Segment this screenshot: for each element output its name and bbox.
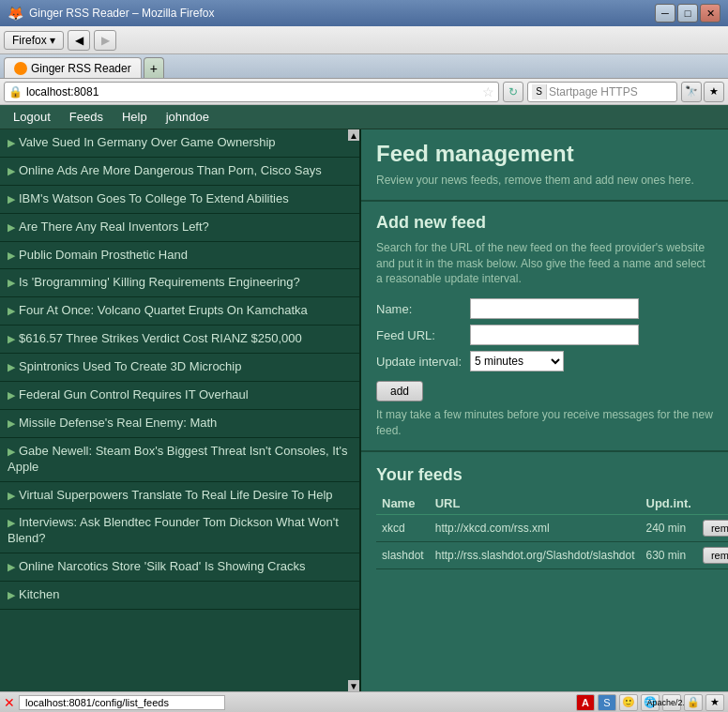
url-form-row: Feed URL:	[376, 325, 713, 345]
feed-item[interactable]: ▶Valve Sued In Germany Over Game Ownersh…	[0, 129, 359, 158]
tab-bar: Ginger RSS Reader +	[0, 54, 728, 79]
binoculars-icon[interactable]: 🔭	[681, 82, 702, 102]
panel-title: Feed management	[376, 141, 713, 167]
smiley-icon: 🙂	[619, 694, 638, 711]
feed-arrow-icon: ▶	[8, 277, 15, 288]
feeds-table-header: Name URL Upd.int.	[376, 492, 728, 515]
feed-arrow-icon: ▶	[8, 333, 15, 344]
add-feed-title: Add new feed	[376, 213, 713, 233]
your-feeds-title: Your feeds	[376, 465, 713, 485]
feed-arrow-icon: ▶	[8, 589, 15, 600]
feed-item[interactable]: ▶Online Narcotics Store 'Silk Road' Is S…	[0, 553, 359, 582]
feed-row-interval: 630 min	[641, 541, 697, 568]
feed-arrow-icon: ▶	[8, 361, 15, 372]
your-feeds-section: Your feeds Name URL Upd.int. xkcd http:/…	[361, 454, 728, 581]
feed-row-name: slashdot	[376, 541, 430, 568]
forward-button[interactable]: ▶	[94, 30, 116, 51]
window-controls[interactable]: ─ □ ✕	[655, 4, 720, 23]
feed-item[interactable]: ▶Four At Once: Volcano Quartet Erupts On…	[0, 297, 359, 326]
feed-item[interactable]: ▶IBM's Watson Goes To College To Extend …	[0, 186, 359, 214]
feed-arrow-icon: ▶	[8, 561, 15, 572]
right-panel: Feed management Review your news feeds, …	[361, 129, 728, 691]
feed-item[interactable]: ▶Is 'Brogramming' Killing Requirements E…	[0, 269, 359, 297]
add-feed-button[interactable]: add	[376, 381, 423, 401]
search-engine-icon: S	[532, 84, 547, 99]
addon-icon: A	[576, 694, 595, 711]
feed-table-row: slashdot http://rss.slashdot.org/Slashdo…	[376, 541, 728, 568]
help-menu-item[interactable]: Help	[113, 108, 157, 126]
firefox-menu[interactable]: Firefox ▾	[4, 31, 64, 50]
feed-row-url: http://rss.slashdot.org/Slashdot/slashdo…	[430, 541, 641, 568]
feed-item[interactable]: ▶Virtual Superpowers Translate To Real L…	[0, 482, 359, 510]
close-button[interactable]: ✕	[700, 4, 720, 23]
search-placeholder: Startpage HTTPS	[549, 85, 673, 98]
reload-button[interactable]: ↻	[503, 82, 523, 102]
feed-item[interactable]: ▶Online Ads Are More Dangerous Than Porn…	[0, 158, 359, 186]
feed-item[interactable]: ▶Spintronics Used To Create 3D Microchip	[0, 354, 359, 382]
feed-arrow-icon: ▶	[8, 389, 15, 401]
divider-2	[361, 450, 728, 452]
minimize-button[interactable]: ─	[655, 4, 675, 23]
url-label: Feed URL:	[376, 328, 470, 342]
add-feed-section: Add new feed Search for the URL of the n…	[361, 202, 728, 450]
feed-item[interactable]: ▶Are There Any Real Inventors Left?	[0, 214, 359, 242]
feed-url-input[interactable]	[470, 325, 639, 345]
name-input[interactable]	[470, 298, 639, 319]
feed-row-interval: 240 min	[641, 514, 697, 541]
address-box[interactable]: 🔒 localhost:8081 ☆	[4, 82, 499, 102]
feeds-table: Name URL Upd.int. xkcd http://xkcd.com/r…	[376, 492, 728, 569]
feed-item[interactable]: ▶Gabe Newell: Steam Box's Biggest Threat…	[0, 438, 359, 482]
active-tab[interactable]: Ginger RSS Reader	[4, 57, 142, 78]
address-bar-row: 🔒 localhost:8081 ☆ ↻ S Startpage HTTPS 🔭…	[0, 79, 728, 105]
new-tab-button[interactable]: +	[144, 57, 164, 78]
lock-icon: 🔒	[8, 85, 23, 98]
feed-arrow-icon: ▶	[8, 137, 15, 148]
logout-menu-item[interactable]: Logout	[4, 108, 60, 126]
feed-arrow-icon: ▶	[8, 193, 15, 205]
feed-arrow-icon: ▶	[8, 221, 15, 233]
feed-item[interactable]: ▶Federal Gun Control Requires IT Overhau…	[0, 382, 359, 410]
feed-item[interactable]: ▶Public Domain Prosthetic Hand	[0, 242, 359, 270]
feed-arrow-icon: ▶	[8, 250, 15, 261]
bookmark-star-icon[interactable]: ☆	[482, 84, 494, 99]
toolbar-icons: 🔭 ★	[681, 82, 724, 102]
feed-arrow-icon: ▶	[8, 490, 15, 501]
feed-arrow-icon: ▶	[8, 446, 15, 457]
star-status-icon: ★	[705, 694, 724, 711]
tab-favicon	[14, 62, 27, 75]
sidebar-scroll-up[interactable]: ▲	[348, 129, 359, 141]
panel-description: Review your news feeds, remove them and …	[376, 173, 713, 189]
feed-row-action: remove	[697, 541, 728, 568]
feed-item[interactable]: ▶$616.57 Three Strikes Verdict Cost RIAN…	[0, 326, 359, 354]
feed-item[interactable]: ▶Missile Defense's Real Enemy: Math	[0, 410, 359, 438]
feed-table-row: xkcd http://xkcd.com/rss.xml 240 min rem…	[376, 514, 728, 541]
name-label: Name:	[376, 302, 470, 316]
add-feed-description: Search for the URL of the new feed on th…	[376, 240, 713, 287]
status-url: localhost:8081/config/list_feeds	[19, 695, 225, 710]
title-bar: 🦊 Ginger RSS Reader – Mozilla Firefox ─ …	[0, 0, 728, 26]
search-box[interactable]: S Startpage HTTPS	[527, 82, 677, 102]
error-icon: ✕	[4, 695, 15, 710]
feed-row-action: remove	[697, 514, 728, 541]
feed-arrow-icon: ▶	[8, 417, 15, 429]
back-button[interactable]: ◀	[68, 30, 90, 51]
col-action	[697, 492, 728, 515]
main-content: ▲ ▶Valve Sued In Germany Over Game Owner…	[0, 129, 728, 691]
window-icon: 🦊	[8, 6, 23, 21]
apache-icon: Apache/2.2...	[662, 694, 681, 711]
feed-item[interactable]: ▶Interviews: Ask Blendtec Founder Tom Di…	[0, 509, 359, 553]
remove-feed-button[interactable]: remove	[703, 547, 728, 564]
feed-item[interactable]: ▶Kitchen	[0, 582, 359, 610]
window-title: Ginger RSS Reader – Mozilla Firefox	[29, 7, 649, 20]
remove-feed-button[interactable]: remove	[703, 520, 728, 537]
interval-form-row: Update interval: 5 minutes 10 minutes 30…	[376, 351, 713, 371]
status-bar: ✕ localhost:8081/config/list_feeds A S 🙂…	[0, 691, 728, 712]
maximize-button[interactable]: □	[677, 4, 698, 23]
feeds-menu-item[interactable]: Feeds	[60, 108, 113, 126]
sidebar: ▲ ▶Valve Sued In Germany Over Game Owner…	[0, 129, 361, 691]
lock-status-icon: 🔒	[684, 694, 703, 711]
feed-arrow-icon: ▶	[8, 165, 15, 176]
interval-select[interactable]: 5 minutes 10 minutes 30 minutes 60 minut…	[470, 351, 564, 371]
sidebar-scroll-down[interactable]: ▼	[348, 680, 359, 691]
bookmark-manager-icon[interactable]: ★	[704, 82, 724, 102]
